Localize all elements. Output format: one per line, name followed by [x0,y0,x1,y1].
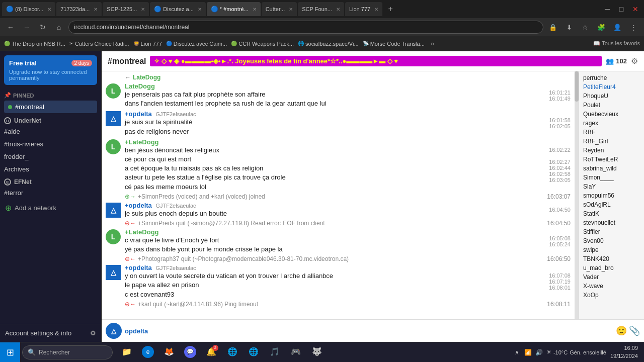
bookmark-lion[interactable]: 🦁 Lion 777 [133,41,162,47]
chat-scrollbar[interactable] [575,71,579,319]
user-entry[interactable]: swipe [579,245,644,254]
reading-list-button[interactable]: 📖 Tous les favoris [593,40,640,47]
tab-scpfoun[interactable]: SCP Foun... ✕ [298,2,344,16]
user-entry[interactable]: sabrina_wild [579,164,644,173]
tray-network[interactable]: 📶 [523,347,533,357]
user-entry[interactable]: Reyden [579,146,644,155]
tab-close[interactable]: ✕ [289,7,293,12]
taskbar-app-edge[interactable]: e [138,342,158,363]
tab-close[interactable]: ✕ [94,7,98,12]
bookmark-discutez[interactable]: 🔵 Discutez avec Caim... [166,41,227,47]
taskbar-app-chrome2[interactable]: 🌐 [244,342,264,363]
taskbar-app-discord[interactable]: 💬 [180,342,200,363]
user-entry[interactable]: TBNK420 [579,254,644,263]
sidebar-item-aide[interactable]: #aide [0,125,101,138]
star-button[interactable]: ☆ [579,21,592,34]
sidebar-item-fredder[interactable]: fredder_ [0,150,101,163]
user-entry[interactable]: perruche [579,73,644,82]
taskbar-weather[interactable]: ☀ -10°C Gén. ensoleillé [546,349,606,355]
free-trial-box[interactable]: Free trial 2 days Upgrade now to stay co… [4,55,97,85]
add-network-button[interactable]: ⊕ Add a network [0,199,101,217]
sidebar-network-undernet[interactable]: U UnderNet [0,114,101,125]
user-entry[interactable]: PetiteFleur4 [579,82,644,92]
address-bar[interactable]: irccloud.com/irc/undernet/channel/montre… [68,21,543,34]
taskbar-app-fileexplorer[interactable]: 📁 [117,342,137,363]
tab-close[interactable]: ✕ [47,7,51,12]
tab-montreal[interactable]: 🔵 * #montré... ✕ [207,2,261,16]
account-settings-button[interactable]: Account settings & info ⚙ [0,324,101,342]
extensions-button[interactable]: 🧩 [595,21,608,34]
bookmarks-more[interactable]: » [429,40,436,47]
tab-close[interactable]: ✕ [198,7,202,12]
user-entry[interactable]: u_mad_bro [579,263,644,273]
tab-scp1225[interactable]: SCP-1225... ✕ [103,2,149,16]
minimize-button[interactable]: ─ [601,3,614,16]
tray-expand[interactable]: ∧ [512,347,522,357]
upload-button[interactable]: 📎 [629,325,640,336]
user-entry[interactable]: RoTTweiLeR [579,155,644,164]
taskbar-app-app2[interactable]: 🎮 [286,342,306,363]
user-entry[interactable]: stevnouellet [579,218,644,227]
download-button[interactable]: ⬇ [562,21,576,34]
bookmark-ccr[interactable]: 🟢 CCR Weapons Pack... [231,41,294,47]
sidebar-item-terror[interactable]: #terror [0,187,101,199]
start-button[interactable]: ⊞ [0,342,20,363]
scrollbar-thumb[interactable] [575,71,579,102]
sidebar-item-montreal[interactable]: #montreal [4,101,97,113]
tab-discutez[interactable]: 🔵 Discutez a... ✕ [150,2,206,16]
tab-close[interactable]: ✕ [336,7,340,12]
bookmark-socialbuzz[interactable]: 🌐 socialbuzz.space/Vi... [298,41,359,47]
taskbar-app-firefox[interactable]: 🦊 [159,342,179,363]
user-entry[interactable]: Stiffler [579,227,644,236]
channel-settings-button[interactable]: ⚙ [631,56,638,66]
user-entry[interactable]: ragex [579,119,644,128]
tab-close[interactable]: ✕ [141,7,145,12]
tab-717323[interactable]: 717323da... ✕ [56,2,102,16]
user-entry[interactable]: PhoqueU [579,92,644,101]
user-entry[interactable]: Vader [579,273,644,282]
bookmark-nsb[interactable]: 🟢 The Drop on NSB R... [4,41,65,47]
user-entry[interactable]: X-wave [579,282,644,291]
taskbar-app-chrome1[interactable]: 🌐 [222,342,243,363]
bookmark-cutters[interactable]: ✂ Cutters Choice Radi... [69,41,129,47]
sidebar-item-archives[interactable]: Archives [0,163,101,175]
tab-close[interactable]: ✕ [253,7,257,12]
tab-close[interactable]: ✕ [374,7,378,12]
sidebar-item-trois-rivieres[interactable]: #trois-rivieres [0,138,101,150]
user-entry[interactable]: XoOp [579,291,644,300]
profile-button[interactable]: 👤 [611,21,624,34]
tab-lion777[interactable]: Lion 777 ✕ [345,2,382,16]
user-entry[interactable]: RBF_Girl [579,137,644,146]
new-tab-button[interactable]: + [383,2,397,16]
user-entry[interactable]: Quebecvieux [579,110,644,119]
user-entry[interactable]: RBF [579,128,644,137]
tab-cutter[interactable]: Cutter... ✕ [262,2,297,16]
user-entry[interactable]: smopuim56 [579,191,644,200]
back-button[interactable]: ← [4,21,17,34]
message-row: L LateDogg je penserais pas ca fait plus… [102,81,575,109]
bookmark-morse[interactable]: 📡 Morse Code Transla... [363,41,425,47]
reload-button[interactable]: ↻ [36,21,49,34]
user-entry[interactable]: Sven00 [579,236,644,245]
weather-temp: -10°C [553,349,568,355]
taskbar-search[interactable]: 🔍 Rechercher [22,345,113,359]
sidebar-network-efnet[interactable]: E EFNet [0,175,101,187]
maximize-button[interactable]: □ [615,3,628,16]
emoji-button[interactable]: 🙂 [616,325,627,336]
forward-button[interactable]: → [20,21,33,34]
taskbar-app-app3[interactable]: 🐺 [307,342,327,363]
user-entry[interactable]: sOdAgiRL [579,200,644,209]
taskbar-app-app1[interactable]: 🎵 [265,342,285,363]
menu-button[interactable]: ⋮ [627,21,640,34]
home-button[interactable]: ⌂ [52,21,65,34]
tab-discord[interactable]: 🔵 (8) Discor... ✕ [2,2,55,16]
user-entry[interactable]: Simon____ [579,173,644,182]
user-entry[interactable]: Poulet [579,101,644,110]
user-entry[interactable]: SlaY [579,182,644,191]
close-button[interactable]: ✕ [629,3,642,16]
taskbar-app-notify[interactable]: 🔔 2 [201,342,221,363]
user-entry[interactable]: StatiK [579,209,644,218]
main-layout: Free trial 2 days Upgrade now to stay co… [0,51,644,342]
tray-volume[interactable]: 🔊 [534,347,544,357]
taskbar-clock[interactable]: 16:09 19/12/2024 [608,344,640,360]
